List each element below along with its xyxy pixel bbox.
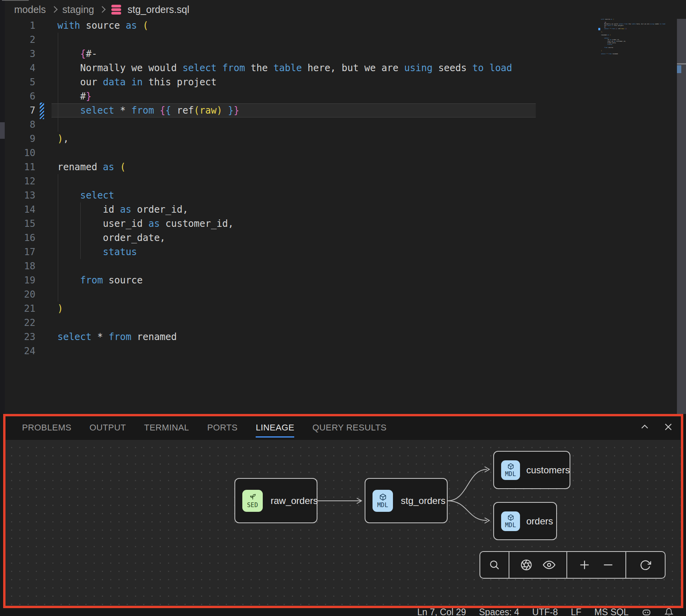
line-number[interactable]: 18 [0,259,35,273]
code-line[interactable]: order_date, [57,231,512,245]
panel-actions [640,414,673,440]
status-item[interactable]: MS SQL [594,608,629,616]
code-line[interactable]: select * from {{ ref(raw) }} [57,103,512,118]
line-number[interactable]: 12 [0,174,35,188]
line-number[interactable]: 16 [0,231,35,245]
code-line[interactable] [57,316,512,330]
lineage-node-orders[interactable]: MDL orders [493,502,557,540]
status-item[interactable]: UTF-8 [532,608,558,616]
code-content[interactable]: with source as ( {#- Normally we would s… [57,18,512,358]
line-number[interactable]: 23 [0,330,35,344]
chevron-up-icon [642,425,647,428]
plus-icon [578,559,591,571]
bell-icon [664,608,673,616]
search-button[interactable] [489,559,500,571]
lineage-node-raw-orders[interactable]: SED raw_orders [234,478,317,523]
node-label: stg_orders [401,495,445,506]
notifications-button[interactable] [664,608,673,616]
zoom-in-button[interactable] [578,559,591,571]
line-number[interactable]: 15 [0,217,35,231]
tab-ports[interactable]: PORTS [207,416,238,438]
code-line[interactable]: our data in this project [57,75,512,89]
minimap[interactable]: with source as ( {#- Normally we would s… [601,18,665,56]
code-line[interactable]: #} [57,89,512,103]
line-number[interactable]: 11 [0,160,35,174]
status-bar: Ln 7, Col 29Spaces: 4UTF-8LFMS SQL [0,608,686,616]
breadcrumb-item-staging[interactable]: staging [63,4,94,15]
lineage-node-customers[interactable]: MDL customers [493,451,570,489]
status-item[interactable]: LF [571,608,581,616]
line-number[interactable]: 8 [0,118,35,132]
line-number[interactable]: 6 [0,89,35,103]
line-number[interactable]: 9 [0,132,35,146]
code-line[interactable] [57,287,512,302]
code-line[interactable]: renamed as ( [57,160,512,174]
code-line[interactable] [57,259,512,273]
line-number[interactable]: 14 [0,202,35,217]
code-line[interactable]: {#- [57,47,512,61]
line-number[interactable]: 3 [0,47,35,61]
code-line[interactable] [57,146,512,160]
lineage-canvas[interactable]: SED raw_orders MDL stg_orders [6,440,680,606]
line-number[interactable]: 2 [0,33,35,47]
zoom-out-button[interactable] [602,559,614,571]
tab-lineage[interactable]: LINEAGE [256,416,294,438]
line-number[interactable]: 24 [0,344,35,358]
copilot-button[interactable] [642,607,651,616]
overview-ruler-cursor-mark [677,63,686,64]
modified-line-marker [40,103,44,119]
tab-terminal[interactable]: TERMINAL [144,416,189,438]
line-number[interactable]: 22 [0,316,35,330]
code-line[interactable]: user_id as customer_id, [57,217,512,231]
lineage-node-stg-orders[interactable]: MDL stg_orders [365,478,448,523]
line-number[interactable]: 4 [0,61,35,75]
code-line[interactable] [57,174,512,188]
line-number[interactable]: 19 [0,273,35,287]
status-item[interactable]: Spaces: 4 [479,608,519,616]
line-number[interactable]: 7 [0,103,35,118]
copilot-icon [642,607,651,616]
code-line[interactable] [57,33,512,47]
refresh-button[interactable] [640,559,651,571]
aperture-button[interactable] [520,559,532,571]
maximize-panel-button[interactable] [640,422,650,432]
vscode-window: models staging stg_orders.sql 1234567891… [0,0,686,616]
code-line[interactable]: from source [57,273,512,287]
minimap-modified-marker [598,28,600,30]
line-number[interactable]: 1 [0,18,35,33]
breadcrumb-item-models[interactable]: models [14,4,46,15]
code-line[interactable] [57,118,512,132]
breadcrumb-file[interactable]: stg_orders.sql [127,4,189,15]
code-line[interactable]: ), [57,132,512,146]
code-line[interactable]: select [57,188,512,202]
line-number[interactable]: 17 [0,245,35,259]
code-line[interactable]: with source as ( [57,18,512,33]
code-line[interactable]: status [57,245,512,259]
code-line[interactable]: ) [57,302,512,316]
line-number[interactable]: 5 [0,75,35,89]
bottom-panel: PROBLEMSOUTPUTTERMINALPORTSLINEAGEQUERY … [0,414,686,608]
model-badge: MDL [501,511,520,531]
visibility-button[interactable] [543,559,555,571]
code-editor[interactable]: models staging stg_orders.sql 1234567891… [0,0,686,414]
status-item[interactable]: Ln 7, Col 29 [417,608,466,616]
code-line[interactable]: select * from renamed [57,330,512,344]
cube-icon [379,493,387,501]
line-number-gutter[interactable]: 123456789101112131415161718192021222324 [0,18,35,358]
editor-scrollbar[interactable] [677,19,686,414]
tab-problems[interactable]: PROBLEMS [22,416,71,438]
line-number[interactable]: 21 [0,302,35,316]
line-number[interactable]: 20 [0,287,35,302]
line-number[interactable]: 13 [0,188,35,202]
minus-icon [602,559,614,571]
badge-label: MDL [505,522,516,529]
code-line[interactable]: id as order_id, [57,202,512,217]
sprout-icon [249,493,257,501]
close-panel-button[interactable] [663,422,673,432]
code-line[interactable] [57,344,512,358]
tab-output[interactable]: OUTPUT [89,416,126,438]
code-line[interactable]: Normally we would select from the table … [57,61,512,75]
tab-query-results[interactable]: QUERY RESULTS [312,416,387,438]
chevron-right-icon [99,6,106,13]
line-number[interactable]: 10 [0,146,35,160]
